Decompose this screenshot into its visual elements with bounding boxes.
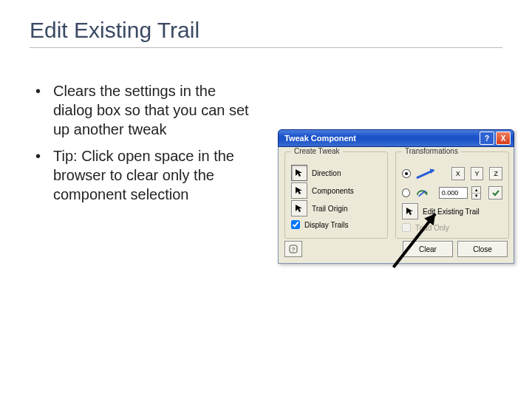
cursor-icon bbox=[295, 204, 304, 213]
cursor-icon bbox=[295, 186, 304, 195]
direction-label: Direction bbox=[312, 169, 341, 177]
bullet-item: Tip: Click open space in the browser to … bbox=[33, 146, 254, 204]
dialog-body: Create Tweak Direction Components Trail … bbox=[278, 147, 514, 264]
cursor-icon bbox=[295, 168, 304, 177]
check-icon bbox=[492, 189, 499, 197]
apply-value-button[interactable] bbox=[488, 186, 502, 200]
rotate-radio[interactable] bbox=[402, 188, 410, 197]
value-spinner[interactable]: ▲▼ bbox=[471, 186, 481, 200]
rotate-icon bbox=[415, 186, 429, 200]
display-trails-checkbox[interactable]: Display Trails bbox=[291, 220, 381, 229]
transform-value-field[interactable]: 0.000 bbox=[439, 187, 468, 199]
trail-origin-label: Trail Origin bbox=[312, 205, 348, 213]
axis-y-button[interactable]: Y bbox=[471, 167, 484, 180]
edit-existing-trail-button[interactable] bbox=[402, 203, 418, 219]
create-tweak-group: Create Tweak Direction Components Trail … bbox=[284, 151, 388, 239]
transformations-group: Transformations X Y Z bbox=[395, 151, 509, 239]
slide-title: Edit Existing Trail bbox=[30, 18, 200, 43]
group-label: Create Tweak bbox=[291, 147, 343, 155]
trail-origin-tool-button[interactable] bbox=[291, 200, 307, 216]
tweak-component-dialog: Tweak Component ? X Create Tweak Directi… bbox=[278, 129, 514, 264]
dialog-titlebar[interactable]: Tweak Component ? X bbox=[278, 129, 514, 147]
bullet-item: Clears the settings in the dialog box so… bbox=[33, 81, 254, 139]
cursor-icon bbox=[406, 207, 415, 216]
close-button[interactable]: Close bbox=[457, 241, 508, 257]
titlebar-help-button[interactable]: ? bbox=[480, 132, 494, 145]
spinner-down-icon: ▼ bbox=[472, 194, 480, 200]
triad-only-input bbox=[402, 223, 411, 232]
dialog-help-button[interactable]: ? bbox=[284, 241, 302, 257]
svg-text:?: ? bbox=[292, 246, 296, 253]
titlebar-close-button[interactable]: X bbox=[496, 132, 511, 145]
direction-tool-button[interactable] bbox=[291, 165, 307, 181]
translate-arrow-icon bbox=[415, 167, 441, 180]
components-tool-button[interactable] bbox=[291, 183, 307, 199]
bullet-list: Clears the settings in the dialog box so… bbox=[33, 81, 254, 211]
components-label: Components bbox=[312, 187, 354, 195]
display-trails-input[interactable] bbox=[291, 220, 300, 229]
group-label: Transformations bbox=[402, 147, 461, 155]
axis-z-button[interactable]: Z bbox=[489, 167, 502, 180]
title-underline bbox=[30, 47, 502, 48]
help-icon: ? bbox=[289, 245, 298, 253]
axis-x-button[interactable]: X bbox=[451, 167, 465, 180]
spinner-up-icon: ▲ bbox=[472, 187, 480, 194]
dialog-title: Tweak Component bbox=[284, 134, 356, 143]
translate-radio[interactable] bbox=[402, 169, 411, 178]
display-trails-label: Display Trails bbox=[304, 221, 348, 229]
